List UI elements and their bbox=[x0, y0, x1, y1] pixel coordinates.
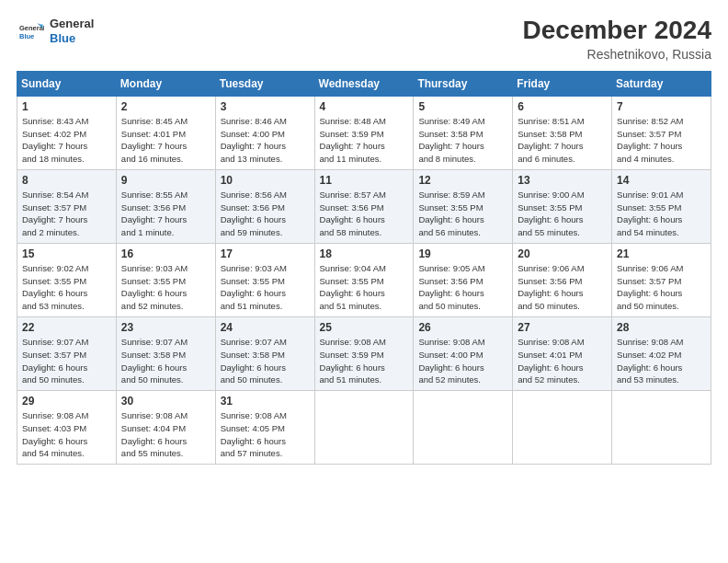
header-day-sunday: Sunday bbox=[17, 71, 117, 96]
day-cell: 8Sunrise: 8:54 AM Sunset: 3:57 PM Daylig… bbox=[17, 169, 117, 243]
day-info: Sunrise: 8:49 AM Sunset: 3:58 PM Dayligh… bbox=[418, 115, 507, 166]
day-number: 4 bbox=[320, 100, 409, 113]
day-number: 14 bbox=[617, 174, 706, 187]
day-info: Sunrise: 9:08 AM Sunset: 3:59 PM Dayligh… bbox=[320, 336, 409, 386]
day-info: Sunrise: 8:55 AM Sunset: 3:56 PM Dayligh… bbox=[121, 189, 210, 239]
day-cell: 12Sunrise: 8:59 AM Sunset: 3:55 PM Dayli… bbox=[414, 169, 513, 243]
day-cell: 4Sunrise: 8:48 AM Sunset: 3:59 PM Daylig… bbox=[314, 96, 414, 169]
day-cell: 9Sunrise: 8:55 AM Sunset: 3:56 PM Daylig… bbox=[116, 169, 215, 243]
day-number: 26 bbox=[418, 321, 507, 334]
logo-text: General Blue bbox=[50, 17, 94, 45]
location-subtitle: Reshetnikovo, Russia bbox=[523, 47, 711, 62]
svg-text:Blue: Blue bbox=[19, 31, 34, 40]
day-number: 13 bbox=[518, 174, 607, 187]
header-day-monday: Monday bbox=[116, 71, 215, 96]
day-number: 24 bbox=[221, 321, 310, 334]
week-row-5: 29Sunrise: 9:08 AM Sunset: 4:03 PM Dayli… bbox=[17, 391, 711, 465]
day-cell: 17Sunrise: 9:03 AM Sunset: 3:55 PM Dayli… bbox=[215, 243, 314, 316]
week-row-1: 1Sunrise: 8:43 AM Sunset: 4:02 PM Daylig… bbox=[17, 96, 711, 169]
day-info: Sunrise: 9:07 AM Sunset: 3:58 PM Dayligh… bbox=[121, 336, 210, 386]
day-number: 29 bbox=[22, 395, 111, 408]
day-cell: 13Sunrise: 9:00 AM Sunset: 3:55 PM Dayli… bbox=[513, 169, 612, 243]
day-number: 19 bbox=[418, 247, 507, 260]
day-info: Sunrise: 9:05 AM Sunset: 3:56 PM Dayligh… bbox=[418, 262, 507, 313]
day-cell: 15Sunrise: 9:02 AM Sunset: 3:55 PM Dayli… bbox=[17, 243, 117, 316]
day-info: Sunrise: 9:08 AM Sunset: 4:05 PM Dayligh… bbox=[221, 409, 310, 460]
day-cell: 19Sunrise: 9:05 AM Sunset: 3:56 PM Dayli… bbox=[414, 243, 513, 316]
day-info: Sunrise: 8:43 AM Sunset: 4:02 PM Dayligh… bbox=[22, 115, 111, 166]
day-info: Sunrise: 9:06 AM Sunset: 3:56 PM Dayligh… bbox=[518, 262, 607, 313]
day-cell: 7Sunrise: 8:52 AM Sunset: 3:57 PM Daylig… bbox=[612, 96, 711, 169]
day-info: Sunrise: 9:03 AM Sunset: 3:55 PM Dayligh… bbox=[221, 262, 310, 313]
day-info: Sunrise: 9:02 AM Sunset: 3:55 PM Dayligh… bbox=[22, 262, 111, 313]
calendar-table: SundayMondayTuesdayWednesdayThursdayFrid… bbox=[17, 71, 711, 465]
logo: General Blue General Blue bbox=[17, 17, 94, 45]
day-number: 28 bbox=[617, 321, 706, 334]
week-row-4: 22Sunrise: 9:07 AM Sunset: 3:57 PM Dayli… bbox=[17, 316, 711, 390]
header-day-wednesday: Wednesday bbox=[314, 71, 414, 96]
day-info: Sunrise: 9:04 AM Sunset: 3:55 PM Dayligh… bbox=[320, 262, 409, 313]
day-cell: 1Sunrise: 8:43 AM Sunset: 4:02 PM Daylig… bbox=[17, 96, 117, 169]
day-number: 10 bbox=[221, 174, 310, 187]
page: General Blue General Blue December 2024 … bbox=[0, 0, 728, 563]
day-info: Sunrise: 8:54 AM Sunset: 3:57 PM Dayligh… bbox=[22, 189, 111, 239]
day-cell: 2Sunrise: 8:45 AM Sunset: 4:01 PM Daylig… bbox=[116, 96, 215, 169]
day-number: 25 bbox=[320, 321, 409, 334]
day-cell: 24Sunrise: 9:07 AM Sunset: 3:58 PM Dayli… bbox=[215, 316, 314, 390]
day-number: 31 bbox=[221, 395, 310, 408]
day-number: 1 bbox=[22, 100, 111, 113]
day-cell: 10Sunrise: 8:56 AM Sunset: 3:56 PM Dayli… bbox=[215, 169, 314, 243]
day-number: 2 bbox=[121, 100, 210, 113]
day-number: 9 bbox=[121, 174, 210, 187]
day-number: 27 bbox=[518, 321, 607, 334]
day-cell: 21Sunrise: 9:06 AM Sunset: 3:57 PM Dayli… bbox=[612, 243, 711, 316]
logo-icon: General Blue bbox=[17, 17, 44, 45]
day-cell: 29Sunrise: 9:08 AM Sunset: 4:03 PM Dayli… bbox=[17, 391, 117, 465]
day-info: Sunrise: 9:01 AM Sunset: 3:55 PM Dayligh… bbox=[617, 189, 706, 239]
day-cell bbox=[414, 391, 513, 465]
header-day-tuesday: Tuesday bbox=[215, 71, 314, 96]
day-number: 17 bbox=[221, 247, 310, 260]
day-info: Sunrise: 9:08 AM Sunset: 4:00 PM Dayligh… bbox=[418, 336, 507, 386]
day-cell: 30Sunrise: 9:08 AM Sunset: 4:04 PM Dayli… bbox=[116, 391, 215, 465]
header: General Blue General Blue December 2024 … bbox=[17, 17, 711, 62]
day-cell: 18Sunrise: 9:04 AM Sunset: 3:55 PM Dayli… bbox=[314, 243, 414, 316]
day-number: 8 bbox=[22, 174, 111, 187]
day-number: 7 bbox=[617, 100, 706, 113]
day-cell: 25Sunrise: 9:08 AM Sunset: 3:59 PM Dayli… bbox=[314, 316, 414, 390]
day-cell: 6Sunrise: 8:51 AM Sunset: 3:58 PM Daylig… bbox=[513, 96, 612, 169]
day-number: 22 bbox=[22, 321, 111, 334]
day-cell: 27Sunrise: 9:08 AM Sunset: 4:01 PM Dayli… bbox=[513, 316, 612, 390]
day-number: 5 bbox=[418, 100, 507, 113]
month-title: December 2024 bbox=[523, 17, 711, 45]
day-info: Sunrise: 8:48 AM Sunset: 3:59 PM Dayligh… bbox=[320, 115, 409, 166]
day-cell: 5Sunrise: 8:49 AM Sunset: 3:58 PM Daylig… bbox=[414, 96, 513, 169]
day-number: 11 bbox=[320, 174, 409, 187]
day-cell: 23Sunrise: 9:07 AM Sunset: 3:58 PM Dayli… bbox=[116, 316, 215, 390]
header-day-saturday: Saturday bbox=[612, 71, 711, 96]
header-row: SundayMondayTuesdayWednesdayThursdayFrid… bbox=[17, 71, 711, 96]
day-number: 15 bbox=[22, 247, 111, 260]
logo-line1: General bbox=[50, 17, 94, 31]
day-number: 6 bbox=[518, 100, 607, 113]
week-row-2: 8Sunrise: 8:54 AM Sunset: 3:57 PM Daylig… bbox=[17, 169, 711, 243]
day-cell: 20Sunrise: 9:06 AM Sunset: 3:56 PM Dayli… bbox=[513, 243, 612, 316]
day-info: Sunrise: 8:45 AM Sunset: 4:01 PM Dayligh… bbox=[121, 115, 210, 166]
day-cell: 22Sunrise: 9:07 AM Sunset: 3:57 PM Dayli… bbox=[17, 316, 117, 390]
day-number: 21 bbox=[617, 247, 706, 260]
day-info: Sunrise: 9:08 AM Sunset: 4:03 PM Dayligh… bbox=[22, 409, 111, 460]
day-cell: 11Sunrise: 8:57 AM Sunset: 3:56 PM Dayli… bbox=[314, 169, 414, 243]
calendar-body: 1Sunrise: 8:43 AM Sunset: 4:02 PM Daylig… bbox=[17, 96, 711, 464]
day-info: Sunrise: 8:56 AM Sunset: 3:56 PM Dayligh… bbox=[221, 189, 310, 239]
day-number: 20 bbox=[518, 247, 607, 260]
title-block: December 2024 Reshetnikovo, Russia bbox=[523, 17, 711, 62]
day-info: Sunrise: 9:00 AM Sunset: 3:55 PM Dayligh… bbox=[518, 189, 607, 239]
day-number: 16 bbox=[121, 247, 210, 260]
day-info: Sunrise: 9:03 AM Sunset: 3:55 PM Dayligh… bbox=[121, 262, 210, 313]
day-number: 18 bbox=[320, 247, 409, 260]
calendar-header: SundayMondayTuesdayWednesdayThursdayFrid… bbox=[17, 71, 711, 96]
day-info: Sunrise: 9:07 AM Sunset: 3:57 PM Dayligh… bbox=[22, 336, 111, 386]
day-cell bbox=[314, 391, 414, 465]
day-info: Sunrise: 8:52 AM Sunset: 3:57 PM Dayligh… bbox=[617, 115, 706, 166]
day-cell: 28Sunrise: 9:08 AM Sunset: 4:02 PM Dayli… bbox=[612, 316, 711, 390]
